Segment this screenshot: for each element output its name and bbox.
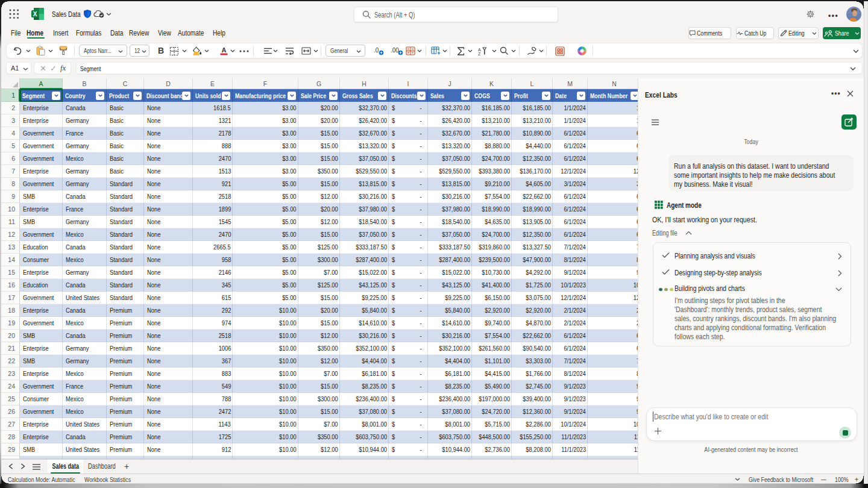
- svg-text:A: A: [222, 46, 227, 54]
- svg-text:A: A: [478, 48, 481, 52]
- svg-text:Z: Z: [478, 52, 481, 55]
- svg-text:.00: .00: [391, 47, 399, 54]
- svg-text:X: X: [33, 11, 37, 17]
- svg-text:.0: .0: [374, 47, 379, 54]
